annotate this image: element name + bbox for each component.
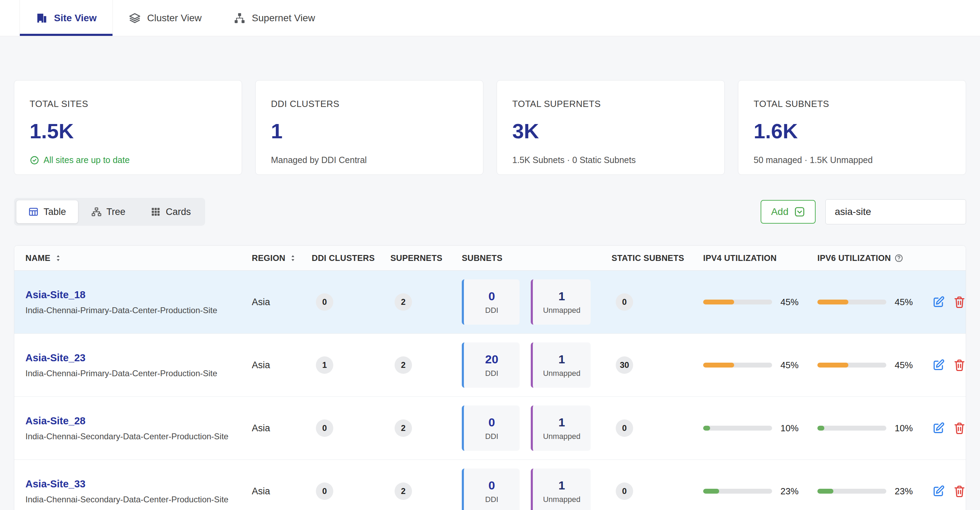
tab-cluster-view[interactable]: Cluster View (113, 0, 218, 36)
table-row[interactable]: Asia-Site_18 India-Chennai-Primary-Data-… (14, 271, 966, 334)
progress-bar (817, 363, 886, 368)
actions-cell (932, 295, 966, 309)
column-header-region[interactable]: REGION (252, 253, 312, 263)
ddi-clusters-badge: 0 (316, 483, 333, 500)
card-value: 1 (271, 119, 468, 143)
delete-icon[interactable] (953, 484, 966, 498)
edit-icon[interactable] (932, 295, 945, 309)
view-toggle-tree[interactable]: Tree (80, 200, 138, 223)
tab-site-view[interactable]: Site View (19, 0, 113, 36)
subnets-cell: 0 DDI 1 Unmapped (462, 279, 611, 325)
progress-bar (703, 300, 772, 304)
supernets-cell: 2 (390, 419, 462, 437)
subnets-ddi-box: 0 DDI (462, 469, 520, 510)
card-title: TOTAL SUBNETS (754, 99, 950, 109)
subnets-ddi-box: 0 DDI (462, 405, 520, 451)
column-header-supernets: SUPERNETS (390, 253, 462, 263)
delete-icon[interactable] (953, 295, 966, 309)
site-description: India-Chennai-Primary-Data-Center-Produc… (25, 368, 252, 378)
table-icon (28, 207, 39, 217)
view-toggle-table[interactable]: Table (16, 200, 78, 223)
name-cell: Asia-Site_18 India-Chennai-Primary-Data-… (25, 289, 252, 315)
edit-icon[interactable] (932, 422, 945, 435)
card-value: 3K (512, 119, 709, 143)
check-circle-icon (30, 155, 39, 165)
tab-supernet-view[interactable]: Supernet View (218, 0, 331, 36)
card-ddi-clusters: DDI CLUSTERS 1 Managed by DDI Central (255, 80, 484, 175)
edit-icon[interactable] (932, 359, 945, 372)
site-name-link[interactable]: Asia-Site_33 (25, 478, 252, 490)
column-header-ipv4-utilization: IPV4 UTILIZATION (703, 253, 817, 263)
static-subnets-badge: 0 (616, 419, 633, 437)
ipv4-utilization-cell: 10% (703, 423, 817, 434)
supernets-cell: 2 (390, 356, 462, 374)
table-row[interactable]: Asia-Site_33 India-Chennai-Secondary-Dat… (14, 460, 966, 510)
progress-percent: 45% (895, 360, 913, 371)
ddi-clusters-badge: 0 (316, 293, 333, 311)
search-input[interactable] (826, 199, 966, 224)
static-subnets-badge: 0 (616, 483, 633, 500)
column-header-ddi-clusters: DDI CLUSTERS (312, 253, 390, 263)
card-title: TOTAL SITES (30, 99, 226, 109)
site-name-link[interactable]: Asia-Site_23 (25, 352, 252, 364)
region-cell: Asia (252, 360, 312, 371)
supernets-cell: 2 (390, 483, 462, 500)
edit-icon[interactable] (932, 484, 945, 498)
supernets-badge: 2 (395, 483, 412, 500)
card-subtitle: 50 managed · 1.5K Unmapped (754, 155, 950, 165)
subnets-unmapped-box: 1 Unmapped (531, 279, 591, 325)
progress-bar (817, 426, 886, 430)
progress-percent: 23% (895, 486, 913, 497)
progress-percent: 45% (895, 297, 913, 308)
sort-icon[interactable] (289, 254, 297, 262)
delete-icon[interactable] (953, 359, 966, 372)
progress-percent: 10% (780, 423, 799, 434)
region-cell: Asia (252, 423, 312, 434)
site-name-link[interactable]: Asia-Site_28 (25, 415, 252, 427)
region-cell: Asia (252, 486, 312, 497)
table-row[interactable]: Asia-Site_23 India-Chennai-Primary-Data-… (14, 334, 966, 397)
card-subtitle: 1.5K Subnets · 0 Static Subnets (512, 155, 709, 165)
view-tabbar: Site View Cluster View Supernet View (0, 0, 980, 36)
static-subnets-cell: 30 (611, 356, 703, 374)
progress-bar (703, 489, 772, 494)
ddi-clusters-cell: 0 (312, 419, 390, 437)
layers-icon (129, 12, 141, 24)
supernets-cell: 2 (390, 293, 462, 311)
subnets-ddi-box: 20 DDI (462, 343, 520, 388)
subnets-cell: 0 DDI 1 Unmapped (462, 405, 611, 451)
column-header-name[interactable]: NAME (25, 253, 252, 263)
ipv4-utilization-cell: 45% (703, 360, 817, 371)
help-icon[interactable] (894, 253, 904, 263)
site-name-link[interactable]: Asia-Site_18 (25, 289, 252, 301)
progress-percent: 45% (780, 297, 799, 308)
site-description: India-Chennai-Secondary-Data-Center-Prod… (25, 432, 252, 441)
tree-icon (91, 207, 102, 217)
sort-icon[interactable] (54, 254, 62, 262)
name-cell: Asia-Site_28 India-Chennai-Secondary-Dat… (25, 415, 252, 441)
card-total-subnets: TOTAL SUBNETS 1.6K 50 managed · 1.5K Unm… (738, 80, 966, 175)
dropdown-caret-icon (794, 206, 805, 217)
add-button[interactable]: Add (760, 200, 816, 224)
column-header-subnets: SUBNETS (462, 253, 611, 263)
ipv6-utilization-cell: 45% (817, 297, 932, 308)
view-toggle-cards[interactable]: Cards (138, 200, 203, 223)
actions-cell (932, 422, 966, 435)
supernet-icon (234, 12, 245, 24)
sites-table: NAME REGION DDI CLUSTERS SUPERNETS SUBNE… (14, 245, 966, 510)
subnets-unmapped-box: 1 Unmapped (531, 469, 591, 510)
progress-bar (817, 489, 886, 494)
site-description: India-Chennai-Secondary-Data-Center-Prod… (25, 495, 252, 504)
ddi-clusters-cell: 0 (312, 483, 390, 500)
ipv6-utilization-cell: 10% (817, 423, 932, 434)
ddi-clusters-badge: 1 (316, 356, 333, 374)
static-subnets-badge: 0 (616, 293, 633, 311)
site-description: India-Chennai-Primary-Data-Center-Produc… (25, 306, 252, 315)
card-total-supernets: TOTAL SUPERNETS 3K 1.5K Subnets · 0 Stat… (496, 80, 725, 175)
ddi-clusters-cell: 0 (312, 293, 390, 311)
delete-icon[interactable] (953, 422, 966, 435)
tab-label: Supernet View (252, 13, 315, 24)
static-subnets-cell: 0 (611, 483, 703, 500)
tab-label: Cluster View (147, 13, 202, 24)
table-row[interactable]: Asia-Site_28 India-Chennai-Secondary-Dat… (14, 397, 966, 460)
